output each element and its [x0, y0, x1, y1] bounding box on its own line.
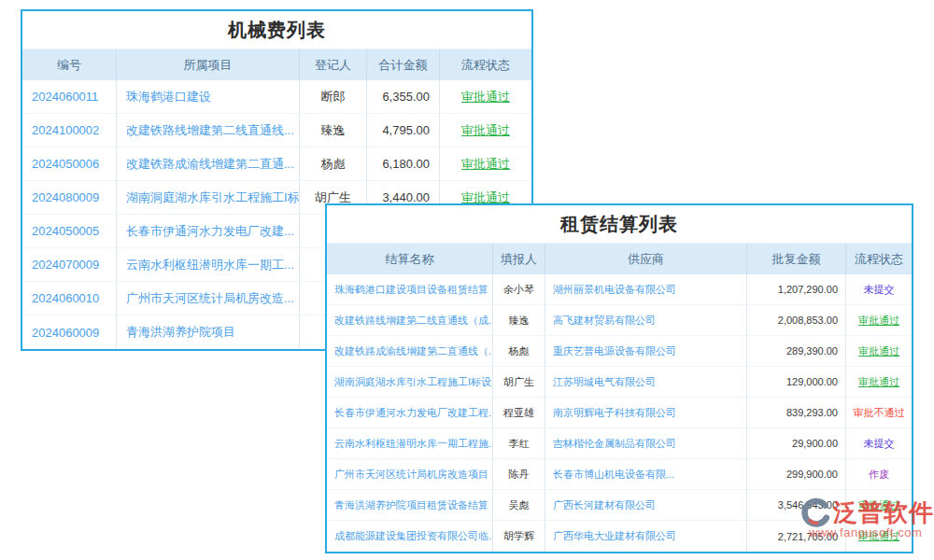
link-cell[interactable]: 2024060009: [22, 315, 116, 349]
lease-settlement-list-window: 租赁结算列表 结算名称填报人供应商批复金额流程状态 珠海鹤港口建设项目设备租赁结…: [325, 203, 913, 553]
link-cell[interactable]: 云南水利枢纽潜明水库一期工...: [116, 248, 299, 281]
column-header: 供应商: [545, 244, 746, 275]
column-header: 流程状态: [845, 244, 912, 275]
link-cell[interactable]: 长春市伊通河水力发电厂改建工程...: [327, 398, 492, 427]
table-row: 云南水利枢纽潜明水库一期工程施...李红吉林楷伦金属制品有限公司29,900.0…: [327, 428, 912, 459]
text-cell: 李红: [492, 428, 545, 458]
link-cell[interactable]: 青海洪湖养护院项目租赁设备结算: [327, 490, 492, 520]
status-cell[interactable]: 审批不通过: [845, 398, 912, 427]
link-cell[interactable]: 珠海鹤港口建设: [116, 80, 299, 113]
link-cell[interactable]: 改建铁路线增建第二线直通线...: [116, 114, 299, 147]
column-header: 合计金额: [366, 49, 439, 81]
link-cell[interactable]: 长春市博山机电设备有限...: [545, 459, 746, 489]
table-header-row: 编号所属项目登记人合计金额流程状态: [22, 49, 531, 80]
amount-cell: 2,721,705.00: [746, 521, 845, 552]
text-cell: 杨彪: [299, 147, 366, 180]
amount-cell: 4,795.00: [366, 114, 439, 147]
text-cell: 胡广生: [492, 367, 545, 397]
table-header-row: 结算名称填报人供应商批复金额流程状态: [327, 243, 912, 274]
table-row: 改建铁路线增建第二线直通线（成...臻逸高飞建材贸易有限公司2,008,853.…: [327, 305, 912, 336]
status-cell[interactable]: 审批通过: [439, 114, 531, 147]
status-cell[interactable]: 审批通过: [845, 490, 912, 520]
text-cell: 杨彪: [492, 336, 545, 366]
table-row: 广州市天河区统计局机房改造项目陈丹长春市博山机电设备有限...299,900.0…: [327, 459, 912, 490]
link-cell[interactable]: 广州市天河区统计局机房改造项目: [327, 459, 492, 489]
link-cell[interactable]: 高飞建材贸易有限公司: [545, 305, 746, 335]
status-cell[interactable]: 未提交: [845, 428, 912, 458]
text-cell: 陈丹: [492, 459, 545, 489]
link-cell[interactable]: 成都能源建设集团投资有限公司临...: [327, 521, 492, 552]
link-cell[interactable]: 广州市天河区统计局机房改造...: [116, 282, 299, 315]
table-row: 成都能源建设集团投资有限公司临...胡学辉广西华电大业建材有限公司2,721,7…: [327, 521, 912, 552]
link-cell[interactable]: 长春市伊通河水力发电厂改建...: [116, 215, 299, 247]
link-cell[interactable]: 2024070009: [22, 248, 116, 281]
amount-cell: 129,000.00: [746, 367, 845, 397]
status-cell[interactable]: 审批通过: [439, 80, 531, 113]
link-cell[interactable]: 改建铁路成渝线增建第二直通...: [116, 147, 299, 180]
text-cell: 臻逸: [299, 114, 366, 147]
column-header: 编号: [22, 49, 116, 81]
column-header: 批复金额: [746, 244, 845, 275]
link-cell[interactable]: 重庆艺普电源设备有限公司: [545, 336, 746, 366]
link-cell[interactable]: 广西长河建材有限公司: [545, 490, 746, 520]
amount-cell: 3,546,543.00: [746, 490, 845, 520]
amount-cell: 29,900.00: [746, 428, 845, 458]
table-row: 2024060011珠海鹤港口建设断郎6,355.00审批通过: [22, 80, 531, 114]
text-cell: 吴彪: [492, 490, 545, 520]
text-cell: 余小琴: [492, 274, 545, 304]
column-header: 登记人: [299, 49, 366, 81]
amount-cell: 6,355.00: [366, 80, 439, 113]
text-cell: 臻逸: [492, 305, 545, 335]
status-cell[interactable]: 未提交: [845, 274, 912, 304]
table-row: 2024050006改建铁路成渝线增建第二直通...杨彪6,180.00审批通过: [22, 147, 531, 181]
status-cell[interactable]: 审批通过: [845, 521, 912, 552]
link-cell[interactable]: 2024100002: [22, 114, 116, 147]
status-cell[interactable]: 审批通过: [845, 367, 912, 397]
amount-cell: 289,390.00: [746, 336, 845, 366]
link-cell[interactable]: 2024060010: [22, 282, 116, 315]
column-header: 流程状态: [439, 49, 531, 81]
link-cell[interactable]: 湖州丽景机电设备有限公司: [545, 274, 746, 304]
link-cell[interactable]: 吉林楷伦金属制品有限公司: [545, 428, 746, 458]
link-cell[interactable]: 云南水利枢纽潜明水库一期工程施...: [327, 428, 492, 458]
table-row: 青海洪湖养护院项目租赁设备结算吴彪广西长河建材有限公司3,546,543.00审…: [327, 490, 912, 521]
status-cell[interactable]: 审批通过: [845, 336, 912, 366]
table-row: 珠海鹤港口建设项目设备租赁结算余小琴湖州丽景机电设备有限公司1,207,290.…: [327, 274, 912, 305]
table-row: 改建铁路成渝线增建第二直通线（...杨彪重庆艺普电源设备有限公司289,390.…: [327, 336, 912, 367]
link-cell[interactable]: 改建铁路成渝线增建第二直通线（...: [327, 336, 492, 366]
column-header: 填报人: [492, 244, 545, 275]
link-cell[interactable]: 珠海鹤港口建设项目设备租赁结算: [327, 274, 492, 304]
window-title: 租赁结算列表: [327, 205, 912, 243]
text-cell: 断郎: [299, 80, 366, 113]
table-row: 2024100002改建铁路线增建第二线直通线...臻逸4,795.00审批通过: [22, 114, 531, 147]
link-cell[interactable]: 江苏明城电气有限公司: [545, 367, 746, 397]
link-cell[interactable]: 广西华电大业建材有限公司: [545, 521, 746, 552]
column-header: 结算名称: [327, 244, 492, 275]
table-body: 珠海鹤港口建设项目设备租赁结算余小琴湖州丽景机电设备有限公司1,207,290.…: [327, 274, 912, 552]
page: 机械费列表 编号所属项目登记人合计金额流程状态 2024060011珠海鹤港口建…: [0, 0, 934, 560]
status-cell[interactable]: 审批通过: [439, 147, 531, 180]
column-header: 所属项目: [116, 49, 299, 81]
amount-cell: 1,207,290.00: [746, 274, 845, 304]
link-cell[interactable]: 湖南洞庭湖水库引水工程施工I标: [116, 181, 299, 214]
amount-cell: 6,180.00: [366, 147, 439, 180]
status-cell[interactable]: 作废: [845, 459, 912, 489]
amount-cell: 299,900.00: [746, 459, 845, 489]
link-cell[interactable]: 2024050006: [22, 147, 116, 180]
window-title: 机械费列表: [22, 11, 531, 49]
link-cell[interactable]: 2024050005: [22, 215, 116, 247]
link-cell[interactable]: 青海洪湖养护院项目: [116, 315, 299, 349]
text-cell: 程亚雄: [492, 398, 545, 427]
link-cell[interactable]: 南京明辉电子科技有限公司: [545, 398, 746, 427]
amount-cell: 2,008,853.00: [746, 305, 845, 335]
link-cell[interactable]: 2024080009: [22, 181, 116, 214]
table-row: 长春市伊通河水力发电厂改建工程...程亚雄南京明辉电子科技有限公司839,293…: [327, 398, 912, 428]
status-cell[interactable]: 审批通过: [845, 305, 912, 335]
text-cell: 胡学辉: [492, 521, 545, 552]
link-cell[interactable]: 2024060011: [22, 80, 116, 113]
link-cell[interactable]: 改建铁路线增建第二线直通线（成...: [327, 305, 492, 335]
amount-cell: 839,293.00: [746, 398, 845, 427]
link-cell[interactable]: 湖南洞庭湖水库引水工程施工I标设...: [327, 367, 492, 397]
table-row: 湖南洞庭湖水库引水工程施工I标设...胡广生江苏明城电气有限公司129,000.…: [327, 367, 912, 398]
